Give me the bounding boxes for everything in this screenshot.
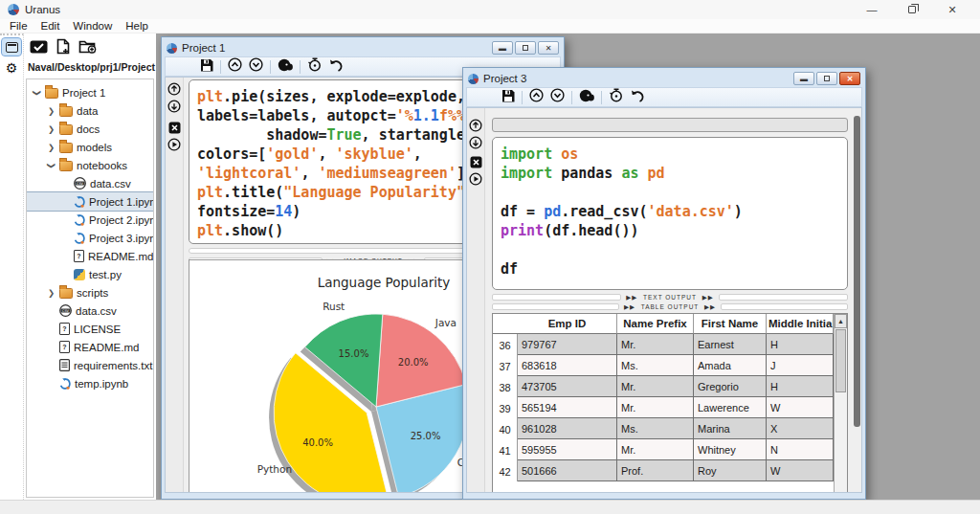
project3-maximize-button[interactable]: [816, 72, 837, 85]
restore-button[interactable]: [892, 0, 932, 19]
toolbar-separator: [270, 60, 271, 74]
add-folder-button[interactable]: [78, 38, 97, 54]
folder-icon: [45, 88, 58, 99]
scrollbar-thumb[interactable]: [835, 329, 846, 392]
menu-help[interactable]: Help: [125, 20, 148, 32]
save-button[interactable]: [200, 58, 213, 76]
maximize-icon: [824, 76, 830, 81]
gear-icon: ⚙: [6, 61, 18, 75]
minimize-button[interactable]: —: [852, 0, 892, 19]
table-row[interactable]: 37683618Ms.AmadaJ: [493, 355, 834, 376]
tree-item-docs[interactable]: ❯docs: [27, 120, 153, 138]
new-file-button[interactable]: [56, 38, 70, 55]
tree-item-project-1-ipynb[interactable]: Project 1.ipynb: [27, 192, 153, 211]
scroll-up-icon[interactable]: ▲: [835, 314, 847, 328]
svg-text:CSV: CSV: [77, 182, 84, 186]
table-row[interactable]: 38473705Mr.GregorioH: [493, 376, 834, 397]
delete-cell-button[interactable]: [167, 121, 181, 134]
explorer-panel-button[interactable]: [2, 38, 21, 56]
tree-item-data-csv[interactable]: CSVdata.csv: [27, 302, 153, 320]
cell-up-button[interactable]: [228, 57, 242, 76]
tree-item-requirements-txt[interactable]: requirements.txt: [27, 356, 153, 374]
cell-up-button[interactable]: [529, 88, 544, 106]
undo-button[interactable]: [328, 58, 343, 76]
code-line: import pandas as pd: [501, 164, 839, 183]
project1-titlebar[interactable]: Project 1 ▬ ✕: [165, 39, 561, 56]
move-cell-up-button[interactable]: [469, 119, 482, 132]
project1-close-button[interactable]: ✕: [538, 41, 559, 55]
tree-item-scripts[interactable]: ❯scripts: [27, 283, 153, 302]
chevron-icon[interactable]: ❯: [33, 88, 42, 97]
run-all-button[interactable]: [609, 88, 623, 106]
save-button[interactable]: [501, 89, 515, 106]
tree-item-data-csv[interactable]: CSVdata.csv: [27, 174, 153, 192]
delete-cell-button[interactable]: [469, 155, 482, 168]
folder-icon: [59, 124, 73, 135]
table-scrollbar[interactable]: ▲: [834, 314, 847, 493]
table-row[interactable]: 40961028Ms.MarinaX: [493, 418, 834, 439]
code-line: [501, 240, 839, 259]
palette-button[interactable]: [278, 58, 293, 76]
table-header-cell[interactable]: Middle Initial: [767, 314, 834, 334]
chevron-icon[interactable]: ❯: [47, 161, 56, 169]
tree-item-license[interactable]: ?LICENSE: [27, 320, 153, 338]
tree-item-project-2-ipynb[interactable]: Project 2.ipynb: [27, 211, 153, 229]
menu-edit[interactable]: Edit: [41, 20, 60, 32]
tree-item-data[interactable]: ❯data: [27, 101, 153, 120]
menu-file[interactable]: File: [10, 20, 28, 32]
project1-cell-margin: [166, 78, 184, 492]
project1-maximize-button[interactable]: [515, 41, 536, 55]
pie-percent-label: 40.0%: [302, 437, 333, 448]
project3-titlebar[interactable]: Project 3 ▬ ✕: [466, 70, 862, 87]
close-button[interactable]: ✕: [932, 0, 972, 19]
table-header-cell[interactable]: [493, 314, 518, 334]
table-row[interactable]: 39565194Mr.LawerenceW: [493, 397, 834, 418]
project3-window[interactable]: Project 3 ▬ ✕: [462, 67, 866, 500]
project3-close-button[interactable]: ✕: [839, 72, 860, 85]
cell-down-button[interactable]: [249, 57, 263, 76]
tree-item-project-3-ipynb[interactable]: Project 3.ipynb: [27, 229, 153, 247]
cell-down-button[interactable]: [550, 88, 565, 106]
palette-button[interactable]: [579, 89, 594, 106]
table-header-cell[interactable]: First Name: [694, 314, 767, 334]
notebook-scrollbar[interactable]: [854, 116, 860, 427]
folder-icon: [59, 106, 73, 117]
collapsed-cell[interactable]: [492, 118, 848, 132]
chevron-icon[interactable]: ❯: [47, 288, 56, 298]
tree-item-models[interactable]: ❯models: [27, 138, 153, 156]
tree-item-readme-md[interactable]: ?README.md: [27, 338, 153, 356]
tree-item-readme-md[interactable]: ?README.md: [27, 247, 153, 265]
tree-item-temp-ipynb[interactable]: temp.ipynb: [27, 374, 153, 392]
settings-button[interactable]: ⚙: [2, 59, 21, 77]
toolbar-separator: [571, 91, 572, 104]
project3-code-cell[interactable]: import osimport pandas as pd df = pd.rea…: [492, 137, 848, 290]
table-row[interactable]: 36979767Mr.EarnestH: [493, 334, 834, 355]
project3-minimize-button[interactable]: ▬: [793, 72, 814, 85]
move-cell-down-button[interactable]: [167, 100, 181, 113]
explorer-panel-icon: [6, 42, 18, 53]
table-row[interactable]: 42501666Prof.RoyW: [493, 460, 834, 481]
table-header-cell[interactable]: Emp ID: [518, 314, 617, 334]
text-output-divider[interactable]: ▶▶ TEXT OUTPUT ▶▶: [492, 293, 848, 302]
divider-bar: [721, 303, 848, 310]
move-cell-up-button[interactable]: [167, 82, 181, 96]
menu-window[interactable]: Window: [73, 20, 112, 32]
table-output-divider[interactable]: ▶▶ TABLE OUTPUT ▶▶: [492, 302, 848, 311]
run-cell-button[interactable]: [469, 172, 482, 186]
check-project-button[interactable]: [30, 39, 48, 54]
undo-button[interactable]: [630, 89, 644, 106]
table-header-cell[interactable]: Name Prefix: [617, 314, 694, 334]
chevron-icon[interactable]: ❯: [47, 124, 56, 134]
run-cell-button[interactable]: [167, 138, 181, 151]
chevron-icon[interactable]: ❯: [47, 143, 56, 152]
chevron-icon[interactable]: ❯: [47, 106, 56, 116]
tree-item-notebooks[interactable]: ❯notebooks: [27, 156, 153, 174]
run-all-button[interactable]: [307, 57, 322, 76]
project1-minimize-button[interactable]: ▬: [492, 41, 513, 55]
table-row[interactable]: 41595955Mr.WhitneyN: [493, 439, 834, 460]
tree-item-project-1[interactable]: ❯Project 1: [27, 83, 153, 101]
tree-item-test-py[interactable]: test.py: [27, 265, 153, 283]
move-cell-down-button[interactable]: [469, 136, 482, 149]
code-line: import os: [501, 145, 839, 164]
markdown-file-icon: ?: [59, 323, 70, 335]
